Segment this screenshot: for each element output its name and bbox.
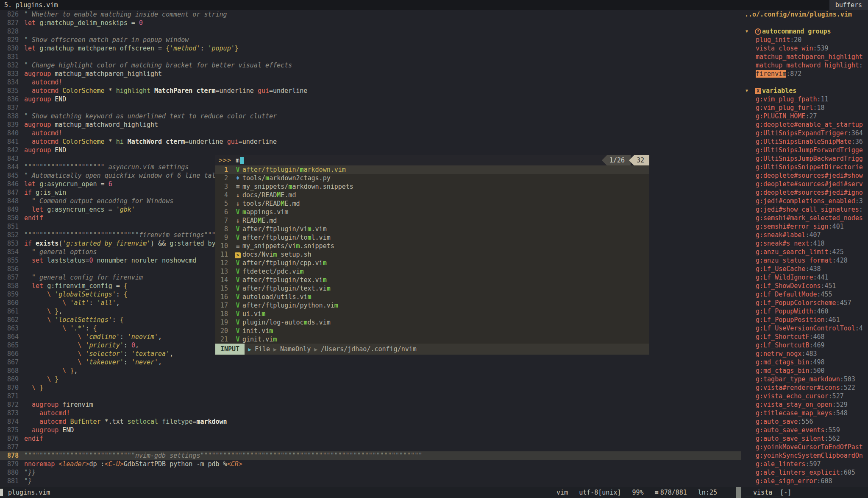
sidebar-tag[interactable]: g:ale_sign_error:608 — [741, 477, 868, 485]
sidebar-tag[interactable]: firenvim:872 — [741, 70, 868, 78]
sidebar-tag[interactable]: g:ale_linters:597 — [741, 460, 868, 468]
editor-line[interactable]: 838" Show matching keyword as underlined… — [0, 112, 741, 120]
sidebar-tag[interactable]: g:deoplete#enable_at_startup — [741, 120, 868, 129]
file-result-item[interactable]: 13Vftdetect/pdc.vim — [215, 267, 649, 276]
sidebar-tag[interactable]: g:sneak#label:407 — [741, 231, 868, 239]
editor-line[interactable]: 872 augroup firenvim — [0, 400, 741, 409]
sidebar-tag[interactable]: g:PLUGIN_HOME:27 — [741, 112, 868, 120]
editor-line[interactable]: 836augroup END — [0, 95, 741, 104]
editor-line[interactable]: 834 autocmd! — [0, 78, 741, 87]
editor-line[interactable]: 867 \ 'takeover': 'never', — [0, 358, 741, 367]
sidebar-tag[interactable]: g:yoinkSyncSystemClipboardOn — [741, 451, 868, 460]
sidebar-tag[interactable]: g:auto_save:556 — [741, 417, 868, 426]
sidebar-tag[interactable]: g:jedi#show_call_signatures: — [741, 205, 868, 214]
editor-line[interactable]: 832" Change highlight color of matching … — [0, 61, 741, 70]
sidebar-tag[interactable]: g:deoplete#sources#jedi#show — [741, 171, 868, 180]
editor-line[interactable]: 835 autocmd ColorScheme * highlight Matc… — [0, 87, 741, 95]
sidebar-tag[interactable]: g:yoinkMoveCursorToEndOfPast — [741, 443, 868, 451]
sidebar-tag[interactable]: g:md_ctags_bin:500 — [741, 367, 868, 375]
fuzzy-finder-prompt[interactable]: >>> m 1/26 32 — [215, 155, 649, 165]
editor-line[interactable]: 877 — [0, 443, 741, 451]
editor-line[interactable]: 830let g:matchup_matchparen_offscreen = … — [0, 44, 741, 53]
file-result-item[interactable]: 21Vginit.vim — [215, 335, 649, 344]
editor-line[interactable]: 880"}} — [0, 468, 741, 477]
sidebar-tag[interactable]: matchup_matchword_highlight: — [741, 61, 868, 70]
sidebar-tag[interactable]: plug_init:20 — [741, 36, 868, 44]
sidebar-tag[interactable]: g:Lf_UseVersionControlTool:4 — [741, 324, 868, 333]
editor-line[interactable]: 873 autocmd! — [0, 409, 741, 417]
sidebar-tag[interactable]: g:UltiSnipsSnippetDirectorie — [741, 163, 868, 171]
editor-line[interactable]: 827let g:matchup_delim_noskips = 0 — [0, 19, 741, 27]
sidebar-tag[interactable]: g:semshi#error_sign:401 — [741, 222, 868, 231]
editor-line[interactable]: 879nnoremap <leader>dp :<C-U>GdbStartPDB… — [0, 460, 741, 468]
sidebar-tag[interactable]: g:Lf_ShortcutF:468 — [741, 333, 868, 341]
sidebar-tag[interactable]: g:sneak#s_next:418 — [741, 239, 868, 248]
sidebar-tag[interactable]: g:jedi#completions_enabled:3 — [741, 197, 868, 205]
editor-line[interactable]: 839augroup matchup_matchword_highlight — [0, 120, 741, 129]
file-result-item[interactable]: 20Vinit.vim — [215, 327, 649, 335]
vista-sidebar[interactable]: ..o/.config/nvim/plugins.vim▼?autocomman… — [741, 10, 868, 487]
sidebar-tag[interactable]: g:tagbar_type_markdown:503 — [741, 375, 868, 383]
tab-buffers[interactable]: buffers — [829, 0, 868, 10]
search-query-input[interactable]: m — [231, 157, 239, 164]
file-result-item[interactable]: 3≡my_snippets/markdown.snippets — [215, 182, 649, 191]
sidebar-tag[interactable]: g:Lf_ShowDevIcons:451 — [741, 282, 868, 290]
editor-line[interactable]: 829" Show offscreen match pair in popup … — [0, 36, 741, 44]
sidebar-tag[interactable]: g:Lf_WildIgnore:441 — [741, 273, 868, 282]
sidebar-tag[interactable]: g:anzu_status_format:428 — [741, 256, 868, 265]
sidebar-tag[interactable]: g:Lf_PopupWidth:460 — [741, 307, 868, 316]
sidebar-tag[interactable]: g:Lf_UseCache:438 — [741, 265, 868, 273]
sidebar-tag[interactable]: g:vista_echo_cursor:527 — [741, 392, 868, 400]
editor-line[interactable]: 874 autocmd BufEnter *.txt setlocal file… — [0, 417, 741, 426]
sidebar-tag[interactable]: g:UltiSnipsEnableSnipMate:36 — [741, 137, 868, 146]
editor-line[interactable]: 841 autocmd ColorScheme * hi MatchWord c… — [0, 137, 741, 146]
sidebar-tag[interactable]: g:Lf_ShortcutB:469 — [741, 341, 868, 350]
sidebar-tag[interactable]: g:deoplete#sources#jedi#igno — [741, 188, 868, 197]
sidebar-tag[interactable]: g:vim_plug_furl:18 — [741, 104, 868, 112]
tab-current-file[interactable]: 5. plugins.vim — [0, 1, 58, 9]
sidebar-tag[interactable]: g:vista#renderer#icons:522 — [741, 383, 868, 392]
editor-line[interactable]: 842augroup END — [0, 146, 741, 154]
sidebar-tag[interactable]: g:auto_save_events:559 — [741, 426, 868, 434]
file-result-item[interactable]: 17Vafter/ftplugin/python.vim — [215, 301, 649, 310]
sidebar-tag[interactable]: g:anzu_search_limit:425 — [741, 248, 868, 256]
editor-line[interactable]: 871 — [0, 392, 741, 400]
file-result-item[interactable]: 12Vafter/ftplugin/cpp.vim — [215, 259, 649, 267]
sidebar-tag[interactable]: matchup_matchparen_highlight — [741, 53, 868, 61]
sidebar-tag[interactable]: vista_close_win:539 — [741, 44, 868, 53]
editor-line[interactable]: 881"} — [0, 477, 741, 485]
sidebar-section-header[interactable]: ▼Xvariables — [741, 87, 868, 95]
sidebar-tag[interactable]: g:semshi#mark_selected_nodes — [741, 214, 868, 222]
sidebar-tag[interactable]: g:UltiSnipsJumpForwardTrigge — [741, 146, 868, 154]
editor-line[interactable]: 833augroup matchup_matchparen_highlight — [0, 70, 741, 78]
sidebar-tag[interactable]: g:md_ctags_bin:498 — [741, 358, 868, 367]
file-result-item[interactable]: 1Vafter/ftplugin/markdown.vim — [215, 165, 649, 174]
sidebar-tag[interactable]: g:vim_plug_fpath:11 — [741, 95, 868, 104]
sidebar-tag[interactable]: g:vista_stay_on_open:529 — [741, 400, 868, 409]
file-result-item[interactable]: 6Vmappings.vim — [215, 208, 649, 216]
sidebar-tag[interactable]: g:Lf_PopupPosition:461 — [741, 316, 868, 324]
sidebar-tag[interactable]: g:netrw_nogx:483 — [741, 350, 868, 358]
file-result-item[interactable]: 10≡my_snippets/vim.snippets — [215, 242, 649, 250]
editor-line[interactable]: 831 — [0, 53, 741, 61]
file-result-item[interactable]: 5↓tools/README.md — [215, 199, 649, 208]
editor-line[interactable]: 870 \ } — [0, 383, 741, 392]
editor-line[interactable]: 876endif — [0, 434, 741, 443]
editor-line[interactable]: 828 — [0, 27, 741, 36]
editor-line[interactable]: 826" Whether to enable matching inside c… — [0, 10, 741, 19]
editor-line[interactable]: 868 \ }, — [0, 367, 741, 375]
sidebar-tag[interactable]: g:UltiSnipsJumpBackwardTrigg — [741, 154, 868, 163]
editor-line[interactable]: 875 augroup END — [0, 426, 741, 434]
sidebar-tag[interactable]: g:deoplete#sources#jedi#serv — [741, 180, 868, 188]
editor-line[interactable]: 878"""""""""""""""""""""""""""""nvim-gdb… — [0, 451, 741, 460]
sidebar-tag[interactable]: g:UltiSnipsExpandTrigger:364 — [741, 129, 868, 137]
file-result-item[interactable]: 18Vui.vim — [215, 310, 649, 318]
sidebar-tag[interactable]: g:titlecase_map_keys:548 — [741, 409, 868, 417]
sidebar-tag[interactable]: g:Lf_PopupColorscheme:457 — [741, 299, 868, 307]
file-result-item[interactable]: 11>docs/Nvim_setup.sh — [215, 250, 649, 259]
file-result-item[interactable]: 2♦tools/markdown2ctags.py — [215, 174, 649, 182]
file-result-item[interactable]: 8Vafter/ftplugin/vim.vim — [215, 225, 649, 233]
file-result-item[interactable]: 19Vplugin/log-autocmds.vim — [215, 318, 649, 327]
editor-line[interactable]: 840 autocmd! — [0, 129, 741, 137]
file-result-item[interactable]: 15Vafter/ftplugin/text.vim — [215, 284, 649, 293]
